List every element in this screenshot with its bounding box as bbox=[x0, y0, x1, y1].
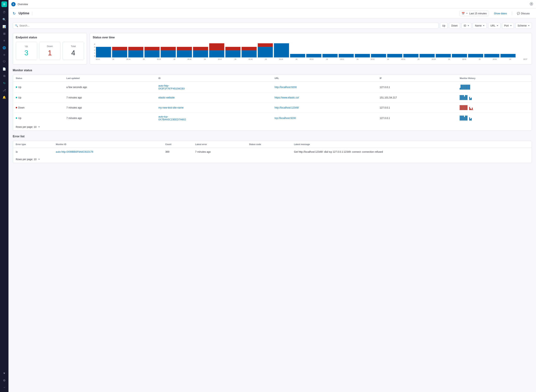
filter-port-button[interactable]: Port bbox=[502, 23, 514, 29]
x-label: :30 bbox=[326, 58, 328, 60]
cell-id[interactable]: auto-http-0X3F1F767F45156CB3 bbox=[156, 82, 272, 93]
cell-last-updated: 7 minutes ago bbox=[64, 103, 156, 113]
svg-rect-24 bbox=[290, 54, 305, 57]
page-title: Uptime bbox=[18, 11, 29, 15]
stat-total-value: 4 bbox=[65, 49, 81, 57]
sidebar-icon-expand[interactable]: → bbox=[1, 384, 7, 391]
error-table-row: io auto-http-0X89BB0F9A6C81D178 369 7 mi… bbox=[13, 148, 531, 156]
col-last-updated: Last updated bbox=[64, 75, 156, 82]
cell-monitor-history bbox=[457, 113, 531, 124]
cell-id[interactable]: auto-tcp-0X7BAA5C23EED7A602 bbox=[156, 113, 272, 124]
search-filter-row: 🔍 Up Down ID Name URL Port Scheme bbox=[13, 23, 532, 29]
y-label-0: 0 bbox=[94, 55, 95, 57]
sidebar-icon-stack[interactable]: ⧉ bbox=[1, 73, 7, 79]
col-count: Count bbox=[162, 141, 192, 148]
cell-monitor-id[interactable]: auto-http-0X89BB0F9A6C81D178 bbox=[53, 148, 162, 156]
svg-rect-33 bbox=[436, 54, 451, 57]
y-label-2: 2 bbox=[94, 49, 95, 51]
page-breadcrumb: Overview bbox=[18, 3, 28, 6]
app-logo[interactable]: D bbox=[1, 1, 7, 7]
x-label: 08:46 bbox=[187, 58, 191, 60]
sidebar-icon-chart[interactable]: 📊 bbox=[1, 23, 7, 30]
discuss-button[interactable]: 💬 Discuss bbox=[515, 11, 532, 16]
sidebar-icon-grid[interactable]: ⊞ bbox=[1, 30, 7, 37]
sidebar-icon-doc[interactable]: 📄 bbox=[1, 66, 7, 72]
x-label: :30 bbox=[509, 58, 511, 60]
search-input[interactable] bbox=[19, 24, 436, 27]
error-rows-per-page-selector[interactable]: Rows per page: 10 bbox=[13, 156, 531, 163]
x-label: 08:49 bbox=[279, 58, 283, 60]
svg-rect-29 bbox=[371, 54, 386, 57]
header-divider-2 bbox=[512, 12, 512, 15]
settings-icon[interactable] bbox=[530, 2, 533, 6]
stat-down-value: 1 bbox=[42, 49, 58, 57]
svg-rect-28 bbox=[355, 54, 370, 57]
uptime-icon: ↻ bbox=[13, 11, 16, 16]
cell-status: Up bbox=[13, 82, 64, 93]
cell-status: Up bbox=[13, 93, 64, 103]
stat-down-label: Down bbox=[42, 45, 58, 47]
user-avatar[interactable]: D bbox=[11, 2, 16, 6]
svg-rect-26 bbox=[322, 54, 337, 57]
sidebar-icon-uptime[interactable]: ↻ bbox=[1, 80, 7, 86]
cell-url[interactable]: http://localhost:12349/ bbox=[272, 103, 377, 113]
monitor-status-table: Status Last updated ID URL IP Monitor Hi… bbox=[13, 75, 532, 131]
cell-id[interactable]: elastic-website bbox=[156, 93, 272, 103]
x-label: :30 bbox=[143, 58, 145, 60]
sidebar-icon-alert[interactable]: 🔔 bbox=[1, 94, 7, 100]
sidebar-icon-search[interactable]: 🔍 bbox=[1, 16, 7, 23]
filter-scheme-button[interactable]: Scheme bbox=[515, 23, 532, 29]
col-latest-message: Latest message bbox=[291, 141, 531, 148]
col-monitor-id: Monitor ID bbox=[53, 141, 162, 148]
filter-name-button[interactable]: Name bbox=[473, 23, 487, 29]
col-latest-error: Latest error bbox=[192, 141, 246, 148]
svg-point-1 bbox=[531, 3, 532, 5]
cell-id[interactable]: my-new-test-site-name bbox=[156, 103, 272, 113]
filter-id-button[interactable]: ID bbox=[462, 23, 471, 29]
sidebar-icon-atom[interactable]: ⚛ bbox=[1, 51, 7, 58]
svg-rect-2 bbox=[96, 47, 111, 57]
sidebar: D ⏱ 🔍 📊 ⊞ ≡ 🌐 ⚛ 🛡 📄 ⧉ ↻ ⎇ 🔔 ♥ ⚙ → bbox=[0, 0, 9, 392]
y-label-1: 1 bbox=[94, 52, 95, 54]
cell-status: Down bbox=[13, 103, 64, 113]
svg-rect-30 bbox=[387, 54, 402, 57]
sidebar-icon-settings[interactable]: ⚙ bbox=[1, 377, 7, 383]
time-range-label: Last 15 minutes bbox=[469, 12, 487, 15]
cell-url[interactable]: https://www.elastic.co/ bbox=[272, 93, 377, 103]
cell-last-updated: 7 minutes ago bbox=[64, 113, 156, 124]
x-label: :30 bbox=[203, 58, 206, 60]
x-label: 08:47 bbox=[218, 58, 222, 60]
status-over-time-card: Status over time 4 3 2 1 0 bbox=[90, 33, 532, 65]
status-indicator bbox=[16, 117, 17, 119]
cell-url[interactable]: http://localhost:9200 bbox=[272, 82, 377, 93]
stat-down-card: Down 1 bbox=[39, 42, 60, 60]
filter-url-button[interactable]: URL bbox=[488, 23, 500, 29]
filter-up-button[interactable]: Up bbox=[440, 23, 448, 29]
stat-up-label: Up bbox=[19, 45, 34, 47]
x-label: :30 bbox=[265, 58, 267, 60]
search-box[interactable]: 🔍 bbox=[13, 23, 439, 29]
time-range-picker[interactable]: 📅 ▼ Last 15 minutes bbox=[459, 11, 489, 16]
calendar-icon: 📅 bbox=[462, 12, 465, 15]
top-bar: D Overview bbox=[9, 0, 536, 9]
x-label: 08:50 bbox=[310, 58, 314, 60]
sidebar-icon-layers[interactable]: ≡ bbox=[1, 37, 7, 44]
filter-down-button[interactable]: Down bbox=[449, 23, 460, 29]
sidebar-icon-clock[interactable]: ⏱ bbox=[1, 9, 7, 16]
monitor-status-title: Monitor status bbox=[13, 69, 532, 72]
sidebar-icon-branch[interactable]: ⎇ bbox=[1, 87, 7, 93]
x-label: 08:45 bbox=[157, 58, 161, 60]
summary-section: Endpoint status Up 3 Down 1 Total 4 bbox=[13, 33, 532, 65]
status-indicator bbox=[16, 97, 17, 98]
sidebar-icon-heart[interactable]: ♥ bbox=[1, 370, 7, 376]
sidebar-icon-globe[interactable]: 🌐 bbox=[1, 45, 7, 51]
svg-rect-16 bbox=[209, 43, 224, 50]
show-dates-button[interactable]: Show dates bbox=[492, 11, 509, 16]
cell-latest-message: Get http://localhost:12349/: dial tcp 12… bbox=[291, 148, 531, 156]
sidebar-icon-shield[interactable]: 🛡 bbox=[1, 59, 7, 65]
rows-per-page-selector[interactable]: Rows per page: 10 bbox=[13, 123, 531, 131]
header-bar: ↻ Uptime 📅 ▼ Last 15 minutes Show dates … bbox=[9, 9, 536, 18]
cell-url[interactable]: tcp://localhost:9200 bbox=[272, 113, 377, 124]
cell-ip: 151.101.54.217 bbox=[377, 93, 457, 103]
x-label: :30 bbox=[173, 58, 176, 60]
